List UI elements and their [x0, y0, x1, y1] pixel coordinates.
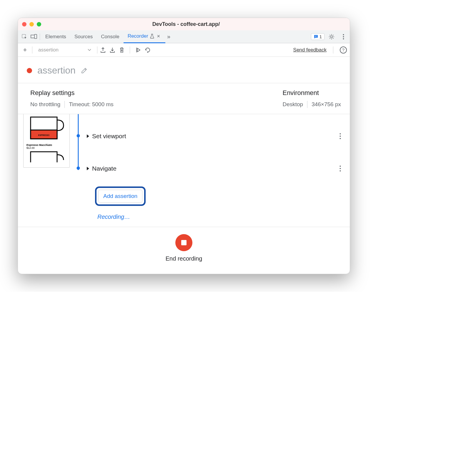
tab-console[interactable]: Console: [97, 30, 123, 43]
svg-point-15: [340, 166, 341, 167]
step-row: Navigate: [87, 161, 341, 176]
export-icon[interactable]: [100, 47, 106, 53]
window-title: DevTools - coffee-cart.app/: [26, 21, 346, 27]
step-label: Navigate: [92, 165, 116, 172]
environment-settings: Environment Desktop 346×756 px: [282, 89, 341, 108]
end-recording-area: End recording: [18, 227, 350, 274]
svg-point-16: [340, 168, 341, 169]
step-menu-icon[interactable]: [339, 133, 341, 139]
devtools-window: DevTools - coffee-cart.app/ Elements Sou…: [18, 18, 350, 274]
kebab-menu-icon[interactable]: [339, 32, 348, 41]
recording-selector-value: assertion: [38, 47, 59, 53]
step-icon[interactable]: [145, 47, 151, 53]
environment-heading: Environment: [282, 89, 341, 97]
recording-header: assertion: [18, 57, 350, 83]
step-menu-icon[interactable]: [339, 165, 341, 172]
chevron-down-icon: [88, 49, 91, 51]
close-window-button[interactable]: [22, 22, 26, 26]
inspect-element-icon[interactable]: [20, 32, 29, 41]
separator: [130, 46, 130, 54]
screenshot-thumbnail-column: ESPRESSO Espresso Macchiato $12.00: [23, 114, 70, 220]
timeline-line: [78, 114, 79, 170]
tab-elements[interactable]: Elements: [41, 30, 70, 43]
svg-rect-11: [31, 152, 57, 162]
svg-point-6: [343, 38, 344, 39]
end-recording-label: End recording: [166, 255, 202, 262]
step-row: Set viewport: [87, 129, 341, 144]
recorder-tool-icons: [100, 46, 151, 54]
stop-icon: [181, 240, 187, 245]
svg-point-5: [343, 36, 344, 37]
message-icon: [314, 34, 318, 39]
svg-point-13: [340, 136, 341, 137]
viewport-value[interactable]: 346×756 px: [312, 101, 341, 108]
environment-values: Desktop 346×756 px: [282, 101, 341, 108]
send-feedback-link[interactable]: Send feedback: [293, 47, 327, 53]
add-assertion-button[interactable]: Add assertion: [98, 190, 142, 203]
more-tabs-icon[interactable]: »: [165, 33, 172, 40]
replay-settings: Replay settings No throttling Timeout: 5…: [30, 89, 114, 108]
steps-area: ESPRESSO Espresso Macchiato $12.00: [18, 114, 350, 227]
recorder-toolbar: + assertion: [18, 43, 350, 57]
svg-rect-2: [34, 34, 37, 39]
replay-icon[interactable]: [135, 47, 141, 53]
separator: [333, 46, 333, 54]
delete-icon[interactable]: [119, 47, 124, 53]
timeline: [70, 114, 87, 220]
import-icon[interactable]: [110, 47, 115, 53]
thumb-product-price: $12.00: [26, 146, 66, 149]
step-label: Set viewport: [92, 133, 126, 140]
tab-label: Console: [101, 34, 119, 40]
separator: [64, 101, 65, 108]
flask-icon: [150, 34, 154, 39]
svg-point-12: [340, 133, 341, 134]
throttling-value[interactable]: No throttling: [30, 101, 60, 108]
thumb-product-name: Espresso Macchiato: [26, 144, 66, 146]
svg-point-14: [340, 138, 341, 139]
separator: [97, 46, 97, 54]
steps-list: Set viewport Navigate Add assertion Reco…: [87, 114, 341, 220]
tab-sources[interactable]: Sources: [70, 30, 97, 43]
svg-point-7: [147, 51, 148, 53]
svg-point-4: [343, 34, 344, 35]
settings-row: Replay settings No throttling Timeout: 5…: [18, 83, 350, 114]
tab-label: Sources: [74, 34, 93, 40]
svg-point-3: [331, 36, 333, 38]
issues-count: 1: [319, 34, 322, 39]
step-navigate[interactable]: Navigate: [87, 165, 116, 172]
issues-badge[interactable]: 1: [311, 33, 324, 40]
add-assertion-highlight: Add assertion: [95, 186, 146, 206]
new-recording-button[interactable]: +: [21, 46, 29, 54]
timeline-dot: [77, 166, 80, 170]
timeline-dot: [77, 134, 80, 137]
device-toolbar-icon[interactable]: [29, 32, 39, 41]
separator: [307, 101, 307, 108]
recording-status: Recording…: [97, 214, 341, 220]
separator: [32, 46, 32, 54]
devtools-tabbar: Elements Sources Console Recorder × » 1: [18, 30, 350, 43]
end-recording-button[interactable]: [175, 234, 192, 251]
tab-label: Elements: [45, 34, 66, 40]
screenshot-thumbnail[interactable]: ESPRESSO Espresso Macchiato $12.00: [23, 114, 70, 168]
expand-triangle-icon: [87, 134, 89, 138]
window-titlebar: DevTools - coffee-cart.app/: [18, 18, 350, 30]
tabbar-right: 1: [311, 32, 348, 41]
replay-settings-heading: Replay settings: [30, 89, 114, 97]
recording-title: assertion: [37, 65, 76, 76]
replay-settings-values: No throttling Timeout: 5000 ms: [30, 101, 114, 108]
edit-title-icon[interactable]: [81, 67, 87, 74]
recording-indicator-icon: [27, 68, 32, 73]
recording-selector[interactable]: assertion: [35, 47, 94, 53]
tab-recorder[interactable]: Recorder ×: [124, 30, 165, 43]
step-set-viewport[interactable]: Set viewport: [87, 133, 126, 140]
timeout-value[interactable]: Timeout: 5000 ms: [69, 101, 113, 108]
close-tab-icon[interactable]: ×: [156, 33, 162, 39]
separator: [40, 34, 40, 40]
device-value[interactable]: Desktop: [282, 101, 303, 108]
toolbar-right: Send feedback ?: [293, 46, 347, 54]
help-icon[interactable]: ?: [340, 46, 347, 54]
tab-label: Recorder: [128, 33, 148, 39]
settings-icon[interactable]: [327, 32, 336, 41]
svg-text:ESPRESSO: ESPRESSO: [38, 134, 50, 136]
expand-triangle-icon: [87, 167, 89, 170]
